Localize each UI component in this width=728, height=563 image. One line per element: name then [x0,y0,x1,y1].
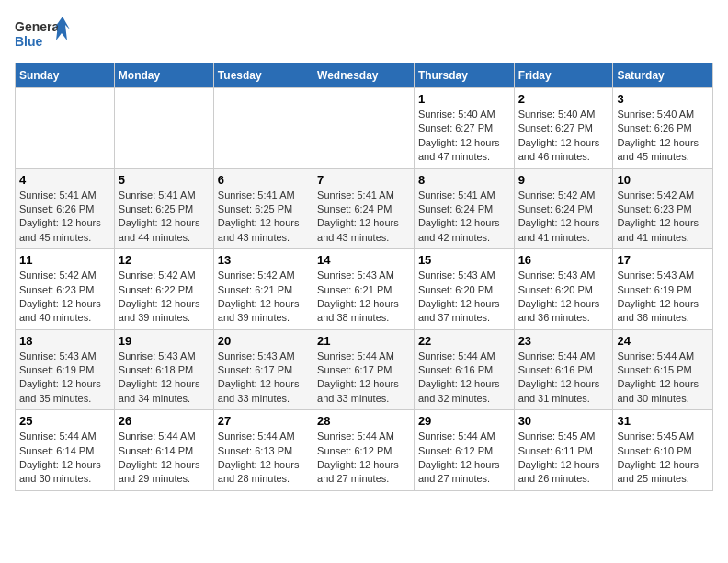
calendar-cell: 8Sunrise: 5:41 AM Sunset: 6:24 PM Daylig… [414,168,514,249]
calendar-cell [114,88,213,169]
day-number: 28 [317,414,410,428]
day-info: Sunrise: 5:42 AM Sunset: 6:24 PM Dayligh… [518,189,609,246]
calendar-cell: 17Sunrise: 5:43 AM Sunset: 6:19 PM Dayli… [613,249,713,330]
day-number: 1 [418,92,510,106]
col-header-monday: Monday [114,63,213,88]
calendar-cell: 16Sunrise: 5:43 AM Sunset: 6:20 PM Dayli… [514,249,613,330]
day-info: Sunrise: 5:44 AM Sunset: 6:12 PM Dayligh… [317,430,410,487]
day-info: Sunrise: 5:44 AM Sunset: 6:12 PM Dayligh… [418,430,510,487]
calendar-cell: 22Sunrise: 5:44 AM Sunset: 6:16 PM Dayli… [414,329,514,410]
calendar-cell: 25Sunrise: 5:44 AM Sunset: 6:14 PM Dayli… [16,410,115,491]
calendar-cell: 9Sunrise: 5:42 AM Sunset: 6:24 PM Daylig… [514,168,613,249]
day-info: Sunrise: 5:43 AM Sunset: 6:18 PM Dayligh… [119,350,210,407]
calendar-week-3: 11Sunrise: 5:42 AM Sunset: 6:23 PM Dayli… [16,249,713,330]
day-number: 14 [317,253,410,267]
day-number: 5 [119,173,210,187]
day-info: Sunrise: 5:40 AM Sunset: 6:27 PM Dayligh… [518,108,609,165]
calendar-cell: 20Sunrise: 5:43 AM Sunset: 6:17 PM Dayli… [213,329,313,410]
col-header-sunday: Sunday [16,63,115,88]
svg-text:Blue: Blue [15,34,43,49]
calendar-cell: 2Sunrise: 5:40 AM Sunset: 6:27 PM Daylig… [514,88,613,169]
calendar-cell: 4Sunrise: 5:41 AM Sunset: 6:26 PM Daylig… [16,168,115,249]
day-info: Sunrise: 5:44 AM Sunset: 6:14 PM Dayligh… [19,430,110,487]
day-number: 11 [19,253,110,267]
calendar-cell: 15Sunrise: 5:43 AM Sunset: 6:20 PM Dayli… [414,249,514,330]
day-number: 31 [617,414,709,428]
day-info: Sunrise: 5:42 AM Sunset: 6:23 PM Dayligh… [19,269,110,326]
day-info: Sunrise: 5:43 AM Sunset: 6:17 PM Dayligh… [218,350,309,407]
day-number: 29 [418,414,510,428]
logo-svg: General Blue [15,15,70,55]
day-number: 17 [617,253,709,267]
day-number: 30 [518,414,609,428]
calendar-week-5: 25Sunrise: 5:44 AM Sunset: 6:14 PM Dayli… [16,410,713,491]
calendar-cell: 18Sunrise: 5:43 AM Sunset: 6:19 PM Dayli… [16,329,115,410]
col-header-saturday: Saturday [613,63,713,88]
day-info: Sunrise: 5:44 AM Sunset: 6:16 PM Dayligh… [418,350,510,407]
calendar-cell: 31Sunrise: 5:45 AM Sunset: 6:10 PM Dayli… [613,410,713,491]
day-number: 27 [218,414,309,428]
day-number: 25 [19,414,110,428]
calendar-cell: 1Sunrise: 5:40 AM Sunset: 6:27 PM Daylig… [414,88,514,169]
day-number: 18 [19,334,110,348]
calendar-table: SundayMondayTuesdayWednesdayThursdayFrid… [15,63,713,491]
day-number: 19 [119,334,210,348]
day-info: Sunrise: 5:42 AM Sunset: 6:22 PM Dayligh… [119,269,210,326]
calendar-cell: 5Sunrise: 5:41 AM Sunset: 6:25 PM Daylig… [114,168,213,249]
header: General Blue [15,15,713,55]
calendar-cell [213,88,313,169]
day-info: Sunrise: 5:41 AM Sunset: 6:26 PM Dayligh… [19,189,110,246]
calendar-cell: 30Sunrise: 5:45 AM Sunset: 6:11 PM Dayli… [514,410,613,491]
day-number: 20 [218,334,309,348]
day-number: 7 [317,173,410,187]
calendar-cell: 10Sunrise: 5:42 AM Sunset: 6:23 PM Dayli… [613,168,713,249]
day-info: Sunrise: 5:44 AM Sunset: 6:13 PM Dayligh… [218,430,309,487]
day-info: Sunrise: 5:42 AM Sunset: 6:23 PM Dayligh… [617,189,709,246]
day-info: Sunrise: 5:45 AM Sunset: 6:11 PM Dayligh… [518,430,609,487]
col-header-thursday: Thursday [414,63,514,88]
calendar-cell: 28Sunrise: 5:44 AM Sunset: 6:12 PM Dayli… [313,410,415,491]
day-number: 8 [418,173,510,187]
calendar-cell: 13Sunrise: 5:42 AM Sunset: 6:21 PM Dayli… [213,249,313,330]
calendar-cell: 27Sunrise: 5:44 AM Sunset: 6:13 PM Dayli… [213,410,313,491]
day-number: 4 [19,173,110,187]
calendar-cell: 11Sunrise: 5:42 AM Sunset: 6:23 PM Dayli… [16,249,115,330]
day-number: 13 [218,253,309,267]
calendar-cell: 21Sunrise: 5:44 AM Sunset: 6:17 PM Dayli… [313,329,415,410]
day-info: Sunrise: 5:41 AM Sunset: 6:24 PM Dayligh… [418,189,510,246]
day-info: Sunrise: 5:44 AM Sunset: 6:16 PM Dayligh… [518,350,609,407]
calendar-cell: 3Sunrise: 5:40 AM Sunset: 6:26 PM Daylig… [613,88,713,169]
day-info: Sunrise: 5:41 AM Sunset: 6:25 PM Dayligh… [119,189,210,246]
day-info: Sunrise: 5:45 AM Sunset: 6:10 PM Dayligh… [617,430,709,487]
day-number: 16 [518,253,609,267]
day-number: 6 [218,173,309,187]
day-info: Sunrise: 5:43 AM Sunset: 6:21 PM Dayligh… [317,269,410,326]
calendar-header-row: SundayMondayTuesdayWednesdayThursdayFrid… [16,63,713,88]
day-info: Sunrise: 5:41 AM Sunset: 6:25 PM Dayligh… [218,189,309,246]
day-info: Sunrise: 5:43 AM Sunset: 6:19 PM Dayligh… [617,269,709,326]
day-number: 23 [518,334,609,348]
col-header-friday: Friday [514,63,613,88]
calendar-cell: 14Sunrise: 5:43 AM Sunset: 6:21 PM Dayli… [313,249,415,330]
day-info: Sunrise: 5:42 AM Sunset: 6:21 PM Dayligh… [218,269,309,326]
day-number: 12 [119,253,210,267]
calendar-week-1: 1Sunrise: 5:40 AM Sunset: 6:27 PM Daylig… [16,88,713,169]
calendar-cell: 12Sunrise: 5:42 AM Sunset: 6:22 PM Dayli… [114,249,213,330]
day-number: 2 [518,92,609,106]
day-info: Sunrise: 5:40 AM Sunset: 6:27 PM Dayligh… [418,108,510,165]
calendar-week-4: 18Sunrise: 5:43 AM Sunset: 6:19 PM Dayli… [16,329,713,410]
calendar-cell [16,88,115,169]
day-number: 24 [617,334,709,348]
day-number: 21 [317,334,410,348]
logo: General Blue [15,15,70,55]
day-number: 15 [418,253,510,267]
day-info: Sunrise: 5:43 AM Sunset: 6:20 PM Dayligh… [418,269,510,326]
calendar-cell: 29Sunrise: 5:44 AM Sunset: 6:12 PM Dayli… [414,410,514,491]
col-header-tuesday: Tuesday [213,63,313,88]
calendar-cell [313,88,415,169]
calendar-cell: 26Sunrise: 5:44 AM Sunset: 6:14 PM Dayli… [114,410,213,491]
day-info: Sunrise: 5:44 AM Sunset: 6:17 PM Dayligh… [317,350,410,407]
day-info: Sunrise: 5:44 AM Sunset: 6:15 PM Dayligh… [617,350,709,407]
col-header-wednesday: Wednesday [313,63,415,88]
day-info: Sunrise: 5:40 AM Sunset: 6:26 PM Dayligh… [617,108,709,165]
